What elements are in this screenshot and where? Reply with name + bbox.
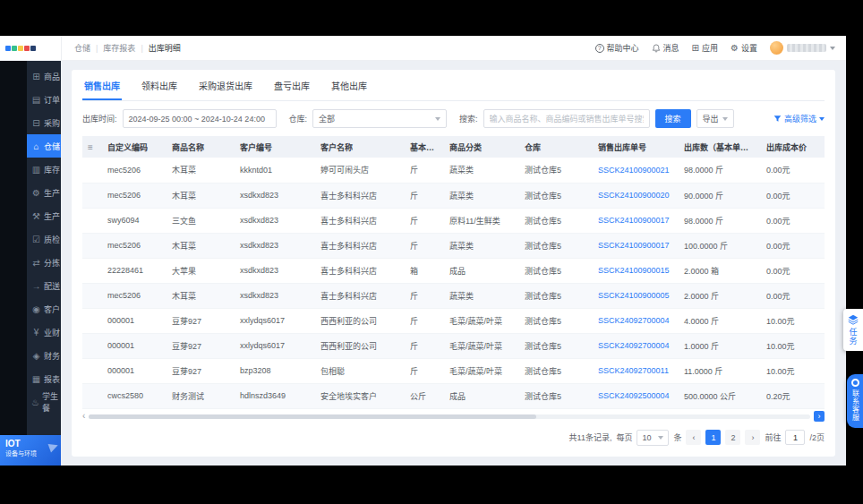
export-button[interactable]: 导出 xyxy=(696,109,734,128)
goto-page-input[interactable] xyxy=(785,430,805,445)
advanced-filter-link[interactable]: 高级筛选 xyxy=(773,113,825,124)
column-header-10[interactable]: 出库成本价 xyxy=(761,136,825,158)
outbound-order-link[interactable]: SSCK24100900020 xyxy=(593,183,679,208)
layers-icon xyxy=(848,314,859,325)
row-handle-cell xyxy=(82,358,102,383)
cell: 斤 xyxy=(405,358,444,383)
sidebar-item-sorting[interactable]: ⇄分拣 xyxy=(27,251,61,274)
page-button-1[interactable]: 1 xyxy=(705,430,721,445)
column-header-6[interactable]: 商品分类 xyxy=(444,136,519,158)
table-row[interactable]: mec5206木耳菜xsdkxd823喜士多科科兴店斤蔬菜类测试仓库5SSCK2… xyxy=(82,233,825,258)
date-range-input[interactable]: 2024-09-25 00:00 ~ 2024-10-24 24:00 xyxy=(123,109,277,128)
cell: 蔬菜类 xyxy=(444,283,519,308)
cell: 000001 xyxy=(102,358,167,383)
sidebar-item-purchase[interactable]: ⊟采购 xyxy=(27,111,61,134)
prev-page-button[interactable]: ‹ xyxy=(686,430,701,445)
table-row[interactable]: 000001豆芽927xxlydqs6017西西利亚的公司斤毛菜/蔬菜/叶菜测试… xyxy=(82,308,825,333)
breadcrumb-item-2[interactable]: 库存报表 xyxy=(103,42,135,54)
outbound-order-link[interactable]: SSCK24092700011 xyxy=(593,358,679,383)
tab-1[interactable]: 销售出库 xyxy=(82,72,122,100)
sidebar-item-finance[interactable]: ◈财务 xyxy=(27,344,61,367)
scroll-left-icon[interactable]: ‹ xyxy=(82,412,85,421)
sidebar-item-inventory[interactable]: ▥库存 xyxy=(27,158,61,181)
sidebar-item-quality[interactable]: ☑质检 xyxy=(27,227,61,251)
sidebar-item-orders[interactable]: ▤订单 xyxy=(27,88,61,111)
cell: 测试仓库5 xyxy=(519,183,593,208)
sidebar-item-student-meals[interactable]: ♨学生餐 xyxy=(27,390,61,414)
task-panel-button[interactable]: 任务 xyxy=(843,309,863,351)
cell: xxlydqs6017 xyxy=(235,308,315,333)
per-page-select[interactable]: 10 xyxy=(637,430,669,446)
apps-link[interactable]: ⊞ 应用 xyxy=(692,42,718,54)
scrollbar-track[interactable] xyxy=(89,414,810,419)
tab-3[interactable]: 采购退货出库 xyxy=(197,72,254,100)
tab-2[interactable]: 领料出库 xyxy=(140,72,179,100)
column-header-1[interactable]: 自定义编码 xyxy=(102,136,167,158)
sidebar-item-customers[interactable]: ◉客户 xyxy=(27,297,61,320)
column-header-2[interactable]: 商品名称 xyxy=(167,136,235,158)
table-row[interactable]: mec5206木耳菜xsdkxd823喜士多科科兴店斤蔬菜类测试仓库5SSCK2… xyxy=(82,283,825,308)
tab-4[interactable]: 盘亏出库 xyxy=(272,72,312,100)
sidebar-item-production-2[interactable]: ⚒生产 xyxy=(27,204,61,227)
outbound-order-link[interactable]: SSCK24092500004 xyxy=(593,383,679,408)
settings-link[interactable]: ⚙ 设置 xyxy=(731,42,757,54)
breadcrumb-item-3[interactable]: 出库明细 xyxy=(149,42,181,54)
contact-support-button[interactable]: 联系客服 xyxy=(847,374,863,428)
breadcrumb-item-1[interactable]: 仓储 xyxy=(74,42,90,54)
app-logo[interactable] xyxy=(0,46,61,51)
sidebar-item-reports[interactable]: ▦报表 xyxy=(27,367,61,390)
table-row[interactable]: 000001豆芽927bzp3208包相聪斤毛菜/蔬菜/叶菜测试仓库5SSCK2… xyxy=(82,358,825,383)
table-row[interactable]: 22228461大苹果xsdkxd823喜士多科科兴店箱成品测试仓库5SSCK2… xyxy=(82,258,825,283)
outbound-order-link[interactable]: SSCK24100900005 xyxy=(593,283,679,308)
column-header-3[interactable]: 客户编号 xyxy=(235,136,315,158)
outbound-order-link[interactable]: SSCK24100900017 xyxy=(593,233,679,258)
outbound-order-link[interactable]: SSCK24092700004 xyxy=(593,308,679,333)
scroll-right-button[interactable]: › xyxy=(814,411,825,422)
warehouse-icon: ⌂ xyxy=(31,141,41,151)
help-center-link[interactable]: ? 帮助中心 xyxy=(595,42,639,54)
table-row[interactable]: 000001豆芽927xxlydqs6017西西利亚的公司斤毛菜/蔬菜/叶菜测试… xyxy=(82,333,825,358)
cell: 喜士多科科兴店 xyxy=(315,208,405,233)
chevron-down-icon xyxy=(658,436,663,440)
iot-banner[interactable]: IOT 设备与环境 xyxy=(0,435,61,466)
warehouse-select[interactable]: 全部 xyxy=(312,109,447,128)
cell: 西西利亚的公司 xyxy=(315,308,405,333)
horizontal-scrollbar[interactable]: ‹ › xyxy=(82,411,825,423)
table-row[interactable]: swy6094三文鱼xsdkxd823喜士多科科兴店斤原料11/生鲜类测试仓库5… xyxy=(82,208,825,233)
outbound-order-link[interactable]: SSCK24100900015 xyxy=(593,258,679,283)
breadcrumb: 仓储|库存报表|出库明细 xyxy=(61,36,181,60)
logo-square-yellow xyxy=(18,46,23,51)
sidebar-item-products[interactable]: ⊞商品 xyxy=(27,64,61,88)
settings-label: 设置 xyxy=(741,42,757,54)
table-row[interactable]: mec5206木耳菜kkkntd01婷可可闹头店斤蔬菜类测试仓库5SSCK241… xyxy=(82,158,825,183)
sidebar-item-label: 财务 xyxy=(44,350,60,362)
column-header-4[interactable]: 客户名称 xyxy=(315,136,405,158)
column-header-7[interactable]: 仓库 xyxy=(519,136,593,158)
outbound-order-link[interactable]: SSCK24092700004 xyxy=(593,333,679,358)
column-header-5[interactable]: 基本单位 xyxy=(405,136,444,158)
outbound-order-link[interactable]: SSCK24100900021 xyxy=(593,158,679,183)
sidebar-item-warehouse[interactable]: ⌂仓储› xyxy=(27,134,61,158)
page-button-2[interactable]: 2 xyxy=(725,430,740,445)
search-input[interactable] xyxy=(483,109,650,128)
cell: 蔬菜类 xyxy=(444,233,519,258)
search-button[interactable]: 搜索 xyxy=(655,109,691,128)
bell-icon xyxy=(652,44,661,53)
row-handle-cell xyxy=(82,283,102,308)
outbound-order-link[interactable]: SSCK24100900017 xyxy=(593,208,679,233)
tab-5[interactable]: 其他出库 xyxy=(329,72,369,100)
sidebar-item-delivery[interactable]: →配送 xyxy=(27,274,61,297)
column-settings-icon[interactable]: ≡ xyxy=(82,136,102,158)
sidebar-item-biz-finance[interactable]: ¥业财 xyxy=(27,320,61,344)
column-header-9[interactable]: 出库数（基本单位） xyxy=(679,136,761,158)
messages-link[interactable]: 消息 xyxy=(652,42,679,54)
table-row[interactable]: cwcs2580财务测试hdlnszd3649安全地埃实客户公斤成品测试仓库5S… xyxy=(82,383,825,408)
column-header-8[interactable]: 销售出库单号 xyxy=(593,136,679,158)
reports-icon: ▦ xyxy=(31,374,41,384)
user-menu[interactable] xyxy=(770,41,835,55)
scrollbar-thumb[interactable] xyxy=(89,414,536,419)
sorting-icon: ⇄ xyxy=(31,258,41,268)
table-row[interactable]: mec5206木耳菜xsdkxd823喜士多科科兴店斤蔬菜类测试仓库5SSCK2… xyxy=(82,183,825,208)
sidebar-item-production[interactable]: ⚙生产 xyxy=(27,181,61,204)
next-page-button[interactable]: › xyxy=(745,430,760,445)
